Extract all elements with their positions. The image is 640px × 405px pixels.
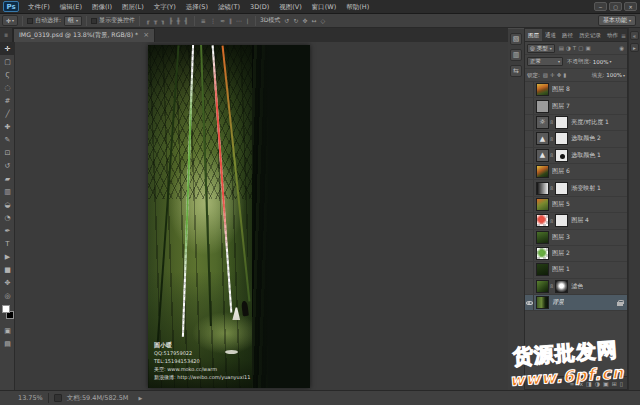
lock-image-pixels-icon[interactable]: ✛ — [549, 72, 556, 78]
eyedropper-tool[interactable]: ╱ — [0, 107, 15, 120]
panel-tab-历史记录[interactable]: 历史记录 — [576, 29, 604, 41]
layer-row[interactable]: ▲8选取颜色 1 — [525, 148, 627, 164]
panel-tab-动作[interactable]: 动作 — [604, 29, 621, 41]
layer-thumbnail[interactable] — [536, 198, 549, 211]
layer-visibility-toggle[interactable] — [525, 213, 534, 228]
minimize-button[interactable]: ─ — [594, 2, 607, 11]
arrange-documents-icon[interactable]: ≣ — [0, 28, 13, 42]
layer-row[interactable]: 8滤色 — [525, 279, 627, 295]
hand-tool[interactable]: ✥ — [0, 276, 15, 289]
pen-tool[interactable]: ✒ — [0, 224, 15, 237]
adjustments-panel-icon[interactable]: ▧ — [510, 33, 522, 45]
layer-row[interactable]: ☼8亮度/对比度 1 — [525, 115, 627, 131]
menu-item-6[interactable]: 滤镜(T) — [213, 0, 245, 14]
layer-mask-thumbnail[interactable] — [555, 280, 568, 293]
distribute-left-icon[interactable]: ∥ — [227, 17, 234, 24]
layer-row[interactable]: 图层 3 — [525, 230, 627, 246]
auto-select-dropdown[interactable]: 组 ▾ — [64, 16, 82, 26]
panel-tab-通道[interactable]: 通道 — [542, 29, 559, 41]
align-right-edges-icon[interactable]: ╢ — [182, 17, 190, 24]
delete-layer-icon[interactable]: ▯ — [620, 380, 623, 387]
layer-row[interactable]: 图层 2 — [525, 246, 627, 262]
layer-visibility-toggle[interactable] — [525, 246, 534, 261]
layer-thumbnail[interactable] — [536, 100, 549, 113]
3d-scale-icon[interactable]: ◇ — [318, 17, 327, 24]
layer-visibility-toggle[interactable] — [525, 115, 534, 130]
close-button[interactable]: ✕ — [624, 2, 637, 11]
filter-toggle-icon[interactable]: ◉ — [618, 45, 625, 51]
photo-document[interactable]: 圆小暖QQ:517959022TEL:15194153420美空: www.mo… — [148, 45, 310, 388]
align-left-edges-icon[interactable]: ╟ — [167, 17, 175, 24]
menu-item-8[interactable]: 视图(V) — [274, 0, 307, 14]
layer-row[interactable]: ▲8选取颜色 2 — [525, 131, 627, 147]
distribute-right-icon[interactable]: ∣ — [244, 17, 251, 24]
screen-mode-icon[interactable]: ▤ — [0, 337, 15, 350]
layer-row[interactable]: 图层 6 — [525, 164, 627, 180]
foreground-color-swatch[interactable] — [2, 305, 10, 313]
menu-item-2[interactable]: 图像(I) — [87, 0, 117, 14]
layer-mask-thumbnail[interactable] — [555, 132, 568, 145]
layer-visibility-toggle[interactable] — [525, 197, 534, 212]
align-bottom-edges-icon[interactable]: ╖ — [159, 17, 167, 24]
3d-rotate-icon[interactable]: ↺ — [282, 17, 291, 24]
blend-mode-dropdown[interactable]: 正常 ▾ — [527, 57, 563, 66]
quick-selection-tool[interactable]: ◌ — [0, 81, 15, 94]
path-selection-tool[interactable]: ▶ — [0, 250, 15, 263]
canvas-area[interactable]: 圆小暖QQ:517959022TEL:15194153420美空: www.mo… — [15, 42, 508, 390]
layer-visibility-toggle[interactable] — [525, 164, 534, 179]
auto-select-checkbox[interactable] — [27, 18, 33, 24]
zoom-tool[interactable]: ◎ — [0, 289, 15, 302]
layer-thumbnail[interactable] — [536, 214, 549, 227]
fill-field[interactable]: 100% ▾ — [606, 72, 625, 78]
layer-visibility-toggle[interactable] — [525, 295, 534, 310]
menu-item-0[interactable]: 文件(F) — [23, 0, 55, 14]
filter-adjustment-layers-icon[interactable]: ◑ — [565, 45, 572, 51]
new-layer-icon[interactable]: ⊞ — [612, 380, 617, 387]
gradient-tool[interactable]: ▥ — [0, 185, 15, 198]
layer-filter-kind-dropdown[interactable]: ◎ 类型 ▾ — [527, 44, 555, 53]
layer-visibility-toggle[interactable] — [525, 82, 534, 97]
adjustment-layer-icon[interactable]: ▲ — [536, 149, 549, 162]
panel-tab-图层[interactable]: 图层 — [525, 29, 542, 41]
layer-thumbnail[interactable] — [536, 231, 549, 244]
quick-mask-icon[interactable]: ▣ — [0, 324, 15, 337]
layer-thumbnail[interactable] — [536, 83, 549, 96]
menu-item-10[interactable]: 帮助(H) — [341, 0, 374, 14]
workspace-switcher-button[interactable]: 基本功能 ▾ — [598, 15, 636, 26]
layer-visibility-toggle[interactable] — [525, 180, 534, 195]
distribute-hcenter-icon[interactable]: ⋯ — [234, 17, 244, 24]
layer-thumbnail[interactable] — [536, 165, 549, 178]
maximize-button[interactable]: ▢ — [609, 2, 622, 11]
history-panel-icon[interactable]: ⇆ — [510, 65, 522, 77]
panel-menu-icon[interactable]: ≡ — [621, 29, 628, 41]
document-tab[interactable]: IMG_0319.psd @ 13.8%(背景, RGB/8) * × — [13, 28, 155, 42]
new-adjustment-layer-icon[interactable]: ◑ — [595, 380, 600, 387]
adjustment-layer-icon[interactable]: ▲ — [536, 132, 549, 145]
move-tool[interactable]: ✛ — [0, 42, 15, 55]
layer-effects-icon[interactable]: fx — [577, 380, 583, 387]
panel-tab-路径[interactable]: 路径 — [559, 29, 576, 41]
filter-pixel-layers-icon[interactable]: ▤ — [558, 45, 565, 51]
layer-visibility-toggle[interactable] — [525, 230, 534, 245]
layer-mask-thumbnail[interactable] — [555, 182, 568, 195]
menu-item-7[interactable]: 3D(D) — [245, 0, 274, 14]
rectangular-marquee-tool[interactable]: ▢ — [0, 55, 15, 68]
panel-options-icon[interactable]: ▸ — [630, 43, 639, 52]
filter-shape-layers-icon[interactable]: ▢ — [577, 45, 584, 51]
layer-row[interactable]: 8渐变映射 1 — [525, 180, 627, 196]
lock-position-icon[interactable]: ✥ — [556, 72, 563, 78]
horizontal-type-tool[interactable]: T — [0, 237, 15, 250]
blur-tool[interactable]: ◒ — [0, 198, 15, 211]
new-group-icon[interactable]: ▣ — [603, 380, 609, 387]
status-expand-icon[interactable]: ▶ — [138, 395, 142, 401]
eraser-tool[interactable]: ▰ — [0, 172, 15, 185]
align-horizontal-centers-icon[interactable]: ╫ — [175, 17, 183, 24]
menu-item-9[interactable]: 窗口(W) — [307, 0, 342, 14]
rectangle-tool[interactable]: ■ — [0, 263, 15, 276]
menu-item-4[interactable]: 文字(Y) — [149, 0, 181, 14]
tool-preset-picker[interactable]: ✛ ▾ — [2, 15, 18, 26]
layer-visibility-toggle[interactable] — [525, 98, 534, 113]
crop-tool[interactable]: # — [0, 94, 15, 107]
layer-row[interactable]: 背景 — [525, 295, 627, 311]
close-icon[interactable]: × — [143, 32, 149, 39]
